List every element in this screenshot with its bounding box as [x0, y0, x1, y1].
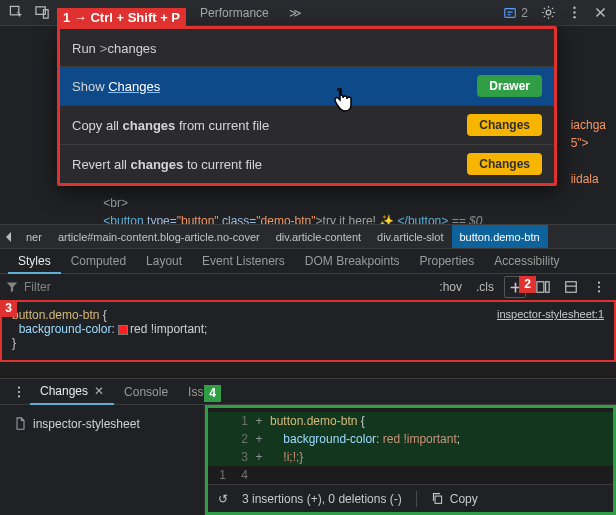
- annotation-2: 2: [519, 276, 536, 293]
- changes-file-list: inspector-stylesheet: [0, 405, 205, 515]
- diff-line: 3+ !i;!;}: [208, 448, 613, 466]
- svg-point-16: [18, 395, 20, 397]
- cursor-icon: [332, 88, 354, 117]
- annotation-1: 1 → Ctrl + Shift + P: [57, 8, 186, 27]
- command-item-show-changes[interactable]: Show Changes Drawer: [60, 67, 554, 106]
- dom-line-br[interactable]: <br>: [90, 194, 612, 212]
- svg-point-5: [573, 7, 575, 9]
- styles-subtabs: Styles Computed Layout Event Listeners D…: [0, 248, 616, 274]
- command-input-row[interactable]: Run>changes: [60, 29, 554, 67]
- code-fragment-background: iachga 5"> iidala: [571, 116, 606, 188]
- svg-point-13: [598, 290, 600, 292]
- svg-point-14: [18, 386, 20, 388]
- command-item-copy-changes[interactable]: Copy all changes from current file Chang…: [60, 106, 554, 145]
- drawer-tab-changes[interactable]: Changes✕: [30, 379, 114, 405]
- category-pill-changes: Changes: [467, 114, 542, 136]
- separator: [416, 491, 417, 507]
- stab-accessibility[interactable]: Accessibility: [484, 248, 569, 274]
- color-swatch[interactable]: [118, 325, 128, 335]
- diff-line: 14: [208, 466, 613, 484]
- annotation-4: 4: [204, 385, 221, 402]
- stab-styles[interactable]: Styles: [8, 248, 61, 274]
- svg-point-11: [598, 282, 600, 284]
- svg-point-7: [573, 16, 575, 18]
- svg-rect-0: [10, 6, 18, 14]
- filter-input[interactable]: Filter: [6, 280, 429, 294]
- hov-toggle[interactable]: :hov: [435, 280, 466, 294]
- diff-footer: ↺ 3 insertions (+), 0 deletions (-) Copy: [208, 484, 613, 512]
- filter-icon: [6, 281, 18, 293]
- diff-summary: 3 insertions (+), 0 deletions (-): [242, 492, 402, 506]
- stab-dom-breakpoints[interactable]: DOM Breakpoints: [295, 248, 410, 274]
- stab-layout[interactable]: Layout: [136, 248, 192, 274]
- gear-icon[interactable]: [536, 1, 560, 25]
- drawer-kebab-icon[interactable]: [8, 381, 30, 403]
- svg-point-6: [573, 11, 575, 13]
- breadcrumb-scroll-left[interactable]: [0, 225, 18, 249]
- svg-rect-17: [435, 496, 442, 503]
- svg-rect-10: [566, 282, 577, 293]
- stab-properties[interactable]: Properties: [410, 248, 485, 274]
- kebab-icon[interactable]: [588, 276, 610, 298]
- issues-badge[interactable]: 2: [497, 6, 534, 20]
- inspect-icon[interactable]: [4, 1, 28, 25]
- cls-toggle[interactable]: .cls: [472, 280, 498, 294]
- svg-rect-3: [505, 8, 516, 17]
- copy-icon: [431, 492, 444, 505]
- diff-line: 2+ background-color: red !important;: [208, 430, 613, 448]
- breadcrumb-item-article-content[interactable]: div.article-content: [268, 225, 369, 249]
- copy-button[interactable]: Copy: [431, 492, 478, 506]
- dom-breadcrumb: ner article#main-content.blog-article.no…: [0, 224, 616, 248]
- breadcrumb-item-article-slot[interactable]: div.article-slot: [369, 225, 451, 249]
- drawer: Changes✕ Console Iss inspector-styleshee…: [0, 378, 616, 515]
- kebab-icon[interactable]: [562, 1, 586, 25]
- issues-count: 2: [521, 6, 528, 20]
- close-icon[interactable]: ✕: [94, 378, 104, 404]
- file-item-inspector-stylesheet[interactable]: inspector-stylesheet: [8, 413, 196, 435]
- svg-rect-9: [546, 282, 550, 293]
- svg-point-12: [598, 286, 600, 288]
- svg-point-15: [18, 390, 20, 392]
- stylesheet-link[interactable]: inspector-stylesheet:1: [497, 308, 604, 320]
- svg-point-4: [546, 10, 551, 15]
- drawer-tab-console[interactable]: Console: [114, 379, 178, 405]
- tab-performance[interactable]: Performance: [190, 0, 279, 26]
- diff-view: 1+button.demo-btn { 2+ background-color:…: [205, 405, 616, 515]
- category-pill-changes: Changes: [467, 153, 542, 175]
- stab-computed[interactable]: Computed: [61, 248, 136, 274]
- svg-rect-8: [537, 282, 544, 293]
- stab-event-listeners[interactable]: Event Listeners: [192, 248, 295, 274]
- device-toggle-icon[interactable]: [30, 1, 54, 25]
- breadcrumb-item-partial[interactable]: ner: [18, 225, 50, 249]
- rendering-button[interactable]: [560, 276, 582, 298]
- command-item-revert-changes[interactable]: Revert all changes to current file Chang…: [60, 145, 554, 183]
- diff-line: 1+button.demo-btn {: [208, 412, 613, 430]
- command-palette: Run>changes Show Changes Drawer Copy all…: [57, 26, 557, 186]
- file-icon: [14, 417, 27, 431]
- drawer-tabs: Changes✕ Console Iss: [0, 379, 616, 405]
- styles-rule-block[interactable]: inspector-stylesheet:1 button.demo-btn {…: [0, 300, 616, 362]
- close-icon[interactable]: [588, 1, 612, 25]
- tab-more[interactable]: ≫: [279, 0, 312, 26]
- category-pill-drawer: Drawer: [477, 75, 542, 97]
- breadcrumb-item-button[interactable]: button.demo-btn: [452, 225, 548, 249]
- annotation-3: 3: [0, 300, 17, 317]
- breadcrumb-item-article[interactable]: article#main-content.blog-article.no-cov…: [50, 225, 268, 249]
- revert-button[interactable]: ↺: [218, 492, 228, 506]
